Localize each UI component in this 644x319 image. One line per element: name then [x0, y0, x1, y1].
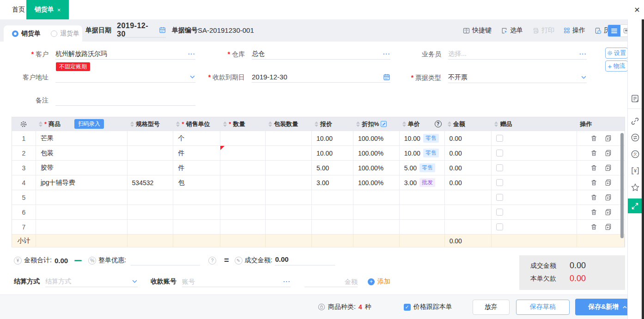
discount-cell[interactable]: 100.00%: [353, 161, 400, 175]
spec-cell[interactable]: [128, 220, 174, 234]
save-draft-button[interactable]: 保存草稿: [516, 300, 570, 315]
qty-cell[interactable]: [220, 161, 266, 175]
bill-type-field[interactable]: 不开票: [448, 72, 587, 83]
sort-icon[interactable]: [130, 121, 134, 127]
amount-field[interactable]: [304, 276, 358, 287]
window-scrollbar[interactable]: [642, 19, 644, 319]
copy-row-icon[interactable]: [605, 164, 612, 171]
spec-cell[interactable]: [128, 131, 174, 145]
quote-cell[interactable]: [312, 205, 353, 219]
account-field[interactable]: ···: [182, 276, 291, 287]
delete-row-icon[interactable]: [590, 150, 597, 156]
col-header-unit[interactable]: *销售单位: [173, 117, 220, 131]
copy-row-icon[interactable]: [605, 135, 612, 142]
account-input[interactable]: [182, 278, 283, 285]
logistics-button[interactable]: + 物流: [605, 60, 628, 72]
gift-checkbox[interactable]: [496, 194, 503, 201]
expand-icon[interactable]: [628, 199, 642, 213]
sort-icon[interactable]: [448, 121, 451, 127]
settings-button[interactable]: 设置: [605, 48, 628, 59]
quote-cell[interactable]: [312, 220, 353, 234]
operations-button[interactable]: 操作: [564, 26, 585, 35]
address-field[interactable]: [55, 72, 195, 83]
pack-qty-cell[interactable]: [266, 220, 312, 234]
price-type-tag[interactable]: 零售: [423, 149, 439, 157]
pack-qty-cell[interactable]: [266, 190, 312, 205]
note-icon[interactable]: [628, 89, 642, 109]
ellipsis-icon[interactable]: ···: [579, 50, 587, 57]
delete-row-icon[interactable]: [590, 194, 597, 201]
amount-cell[interactable]: [445, 220, 492, 234]
gift-checkbox[interactable]: [496, 223, 503, 230]
product-cell[interactable]: 芒果: [36, 131, 128, 145]
gift-checkbox[interactable]: [496, 209, 503, 216]
price-track-checkbox[interactable]: ✓ 价格跟踪本单: [404, 303, 452, 311]
col-header-qty[interactable]: *数量: [220, 117, 266, 131]
spec-cell[interactable]: 534532: [128, 175, 174, 190]
delete-row-icon[interactable]: [590, 164, 597, 171]
ellipsis-icon[interactable]: ···: [283, 278, 291, 285]
delete-row-icon[interactable]: [590, 179, 597, 186]
radio-sales-order[interactable]: 销货单: [12, 30, 41, 38]
price-cell[interactable]: [400, 190, 445, 205]
col-header-gift[interactable]: 赠品: [492, 117, 577, 131]
qty-cell[interactable]: [220, 131, 266, 145]
qty-cell[interactable]: [220, 146, 266, 160]
product-cell[interactable]: [36, 205, 128, 219]
product-cell[interactable]: [36, 190, 128, 205]
price-cell[interactable]: [400, 205, 445, 219]
chevron-down-icon[interactable]: [132, 278, 138, 284]
shortcut-button[interactable]: 快捷键: [463, 26, 492, 35]
due-date-field[interactable]: 2019-12-30: [252, 72, 390, 83]
product-cell[interactable]: 胶带: [36, 161, 128, 175]
amount-cell[interactable]: [445, 190, 492, 205]
discount-edit-icon[interactable]: [381, 121, 387, 127]
qty-cell[interactable]: [220, 205, 266, 219]
yen-bracket-icon[interactable]: ¥: [628, 163, 642, 179]
sort-icon[interactable]: [494, 121, 498, 127]
order-discount-input[interactable]: [131, 255, 200, 265]
amount-input[interactable]: [304, 278, 358, 285]
tab-close-icon[interactable]: ×: [57, 6, 61, 13]
product-cell[interactable]: [36, 220, 128, 234]
sort-icon[interactable]: [223, 121, 227, 127]
unit-cell[interactable]: [173, 220, 220, 234]
select-order-button[interactable]: 选单: [501, 26, 523, 35]
price-cell[interactable]: 10.00零售: [400, 146, 445, 160]
spec-cell[interactable]: [128, 146, 174, 160]
amount-cell[interactable]: 0.00: [445, 175, 492, 190]
remark-field[interactable]: [55, 95, 195, 106]
spec-cell[interactable]: [128, 161, 174, 175]
pack-qty-cell[interactable]: [266, 146, 312, 160]
price-help-icon[interactable]: ?: [435, 120, 442, 127]
gift-checkbox[interactable]: [496, 150, 503, 156]
pack-qty-cell[interactable]: [266, 161, 312, 175]
col-header-product[interactable]: *商品扫码录入: [36, 117, 128, 131]
copy-row-icon[interactable]: [605, 223, 612, 230]
amount-cell[interactable]: 0.00: [445, 161, 492, 175]
pack-qty-cell[interactable]: [266, 205, 312, 219]
qty-cell[interactable]: [220, 220, 266, 234]
pack-qty-cell[interactable]: [266, 175, 312, 190]
quote-cell[interactable]: [312, 190, 353, 205]
salesman-field[interactable]: 选择... ···: [448, 48, 587, 60]
unit-cell[interactable]: [173, 190, 220, 205]
unit-cell[interactable]: 件: [173, 146, 220, 160]
list-view-icon[interactable]: [608, 25, 620, 36]
sort-icon[interactable]: [402, 121, 406, 127]
price-type-tag[interactable]: 批发: [419, 178, 435, 187]
delete-row-icon[interactable]: [590, 223, 597, 230]
price-cell[interactable]: 5.00零售: [400, 161, 445, 175]
col-header-pack[interactable]: 包装数量: [266, 117, 312, 131]
qty-cell[interactable]: [220, 175, 266, 190]
sort-icon[interactable]: [176, 121, 180, 127]
spec-cell[interactable]: [128, 205, 174, 219]
discount-cell[interactable]: 100.00%: [353, 131, 400, 145]
sort-icon[interactable]: [268, 121, 272, 127]
quote-cell[interactable]: 3.00: [312, 175, 353, 190]
quote-cell[interactable]: 10.00: [312, 146, 353, 160]
col-header-amount[interactable]: 金额: [445, 117, 492, 131]
quote-cell[interactable]: 10.00: [312, 131, 353, 145]
price-cell[interactable]: 3.00批发: [400, 175, 445, 190]
col-header-spec[interactable]: 规格型号: [128, 117, 174, 131]
